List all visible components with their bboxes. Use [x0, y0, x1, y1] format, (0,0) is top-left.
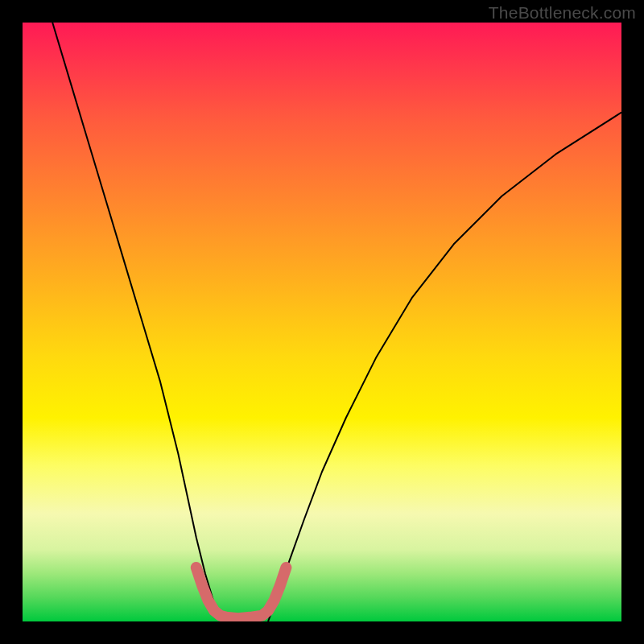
chart-svg [23, 23, 621, 621]
chart-frame: TheBottleneck.com [0, 0, 644, 644]
series-right-branch [268, 113, 621, 621]
watermark-text: TheBottleneck.com [489, 3, 636, 23]
series-container [52, 23, 621, 621]
plot-area [23, 23, 621, 621]
series-bottom-marker [196, 568, 287, 618]
series-left-branch [52, 23, 223, 621]
